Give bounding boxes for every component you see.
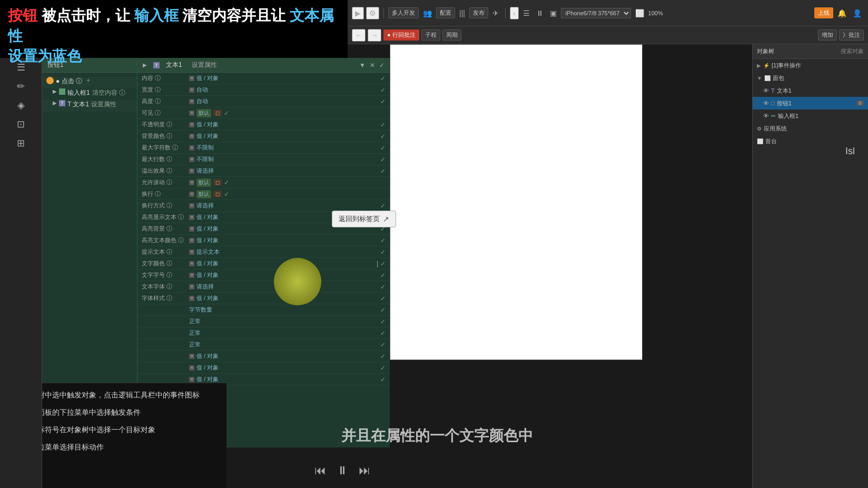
- plus-icon[interactable]: +: [86, 77, 90, 84]
- tree-label-event: [1]事件操作: [772, 62, 801, 69]
- share-button[interactable]: 发布: [469, 7, 488, 18]
- note-text-1: 在对象树中选中触发对象，点击逻辑工具栏中的事件图标: [15, 390, 200, 401]
- tree-item-text1[interactable]: 👁 T 文本1: [753, 84, 868, 97]
- send-icon: ✈: [490, 8, 501, 18]
- set-prop-action[interactable]: 设置属性: [91, 100, 116, 109]
- system-icon: ⚙: [757, 126, 762, 132]
- pause-icon: ⏸: [534, 8, 546, 18]
- prop-row-highlight-color: 高亮文本颜色 ⓘ ✕ 值 / 对象 ✓: [137, 235, 390, 246]
- tree-label-group: 面包: [773, 74, 784, 82]
- frame-icon: ▣: [548, 8, 559, 18]
- second-toolbar: ← → ● 行回批注 子程 周期 增加 》批注: [348, 26, 868, 44]
- back-button[interactable]: ←: [352, 29, 366, 42]
- prop-row-width: 宽度 ⓘ ✕ 自动 ✓: [137, 84, 390, 96]
- left-nav-item-2[interactable]: ✏: [0, 77, 42, 96]
- chevron-down-icon: ▼: [757, 75, 762, 81]
- avatar-icon: 👤: [851, 8, 864, 18]
- prev-button[interactable]: ⏮: [314, 464, 326, 477]
- expand-icon: ⬜: [633, 8, 646, 18]
- visibility-icon-btn[interactable]: 👁: [763, 100, 769, 106]
- props-close[interactable]: ✕: [370, 62, 375, 69]
- triangle-icon: ▶: [53, 88, 57, 94]
- subtitle-text: 并且在属性的一个文字颜色中: [341, 427, 533, 444]
- input-type-icon: ✏: [771, 113, 776, 119]
- prop-row-normal1: 正常 ✓: [137, 316, 390, 327]
- phone-preview: [418, 55, 615, 345]
- prop-row-wrapmode: 换行方式 ⓘ ✕ 请选择 ✓: [137, 200, 390, 212]
- prop-row-visible: 可见 ⓘ ✕ 默认 ◻ ✓: [137, 107, 390, 119]
- child-button[interactable]: 子程: [421, 29, 440, 41]
- prop-row-fontsize: 文字字号 ⓘ ✕ 值 / 对象 ✓: [137, 270, 390, 281]
- forward-button[interactable]: →: [368, 29, 381, 42]
- prop-row-wrap: 换行 ⓘ ✕ 默认 ◻ ✓: [137, 188, 390, 200]
- prop-row-bgcolor: 背景颜色 ⓘ ✕ 值 / 对象 ✓: [137, 131, 390, 142]
- text-tag-icon: T: [59, 100, 65, 106]
- tree-item-button1[interactable]: 👁 □ 按钮1 ①: [753, 97, 868, 109]
- visibility-icon-text[interactable]: 👁: [763, 87, 769, 94]
- text-type-icon: T: [771, 87, 775, 94]
- tooltip-popup: 返回到标签页 ↗: [332, 211, 396, 227]
- props-dropdown[interactable]: ▼: [359, 62, 366, 69]
- device-select[interactable]: iPhone6/7/8 375*667: [561, 8, 631, 18]
- top-banner: 按钮 被点击时，让 输入框 清空内容并且让 文本属性 设置为蓝色: [0, 0, 348, 58]
- pause-play-button[interactable]: ⏸: [337, 464, 348, 477]
- prop-row-normal3: 正常 ✓: [137, 339, 390, 351]
- tooltip-text: 返回到标签页: [339, 214, 380, 224]
- tree-item-input1[interactable]: 👁 ✏ 输入框1: [753, 109, 868, 122]
- prop-check-1: ✓: [380, 75, 386, 82]
- prop-row-scroll: 允许滚动 ⓘ ✕ 默认 ◻ ✓: [137, 177, 390, 188]
- left-arrow-icon[interactable]: ‹: [510, 7, 519, 19]
- clear-action[interactable]: 清空内容 ⓘ: [92, 88, 125, 97]
- list-icon: ☰: [521, 8, 532, 18]
- input-label: 输入框1: [67, 88, 90, 97]
- page-icon: ⬜: [757, 138, 763, 144]
- visibility-icon-input[interactable]: 👁: [763, 113, 769, 119]
- preview-area: [390, 44, 643, 360]
- prop-row-font: 文本字体 ⓘ ✕ 请选择 ✓: [137, 281, 390, 293]
- debug-button[interactable]: ⚙: [366, 7, 379, 19]
- left-nav-item-3[interactable]: ◈: [0, 96, 42, 115]
- tooltip-link-icon[interactable]: ↗: [383, 215, 389, 223]
- video-controls: ⏮ ⏸ ⏭: [263, 464, 421, 477]
- annotation-button[interactable]: ● 行回批注: [383, 29, 419, 41]
- prop-row-opacity: 不透明度 ⓘ ✕ 值 / 对象 ✓: [137, 119, 390, 131]
- publish-button[interactable]: 上线: [814, 7, 833, 18]
- isl-text: Isl: [845, 146, 855, 157]
- prop-row-color: 文字颜色 ⓘ ✕ 值 / 对象 | ✓: [137, 258, 390, 270]
- text-label: T 文本1: [67, 100, 89, 109]
- yellow-circle: [274, 258, 321, 305]
- tree-label-system: 应用系统: [764, 125, 787, 133]
- prop-row-height: 高度 ⓘ ✕ 自动 ✓: [137, 96, 390, 107]
- run-button[interactable]: ▶: [352, 7, 364, 19]
- bell-icon: 🔔: [835, 8, 849, 18]
- tree-item-event[interactable]: ▶ ⚡ [1]事件操作: [753, 59, 868, 72]
- group-icon: ⬜: [764, 75, 771, 81]
- tree-item-group[interactable]: ▼ ⬜ 面包: [753, 72, 868, 84]
- loop-button[interactable]: 周期: [442, 29, 461, 41]
- tree-label-button1: 按钮1: [777, 99, 792, 107]
- banner-cyan1: 输入框: [134, 7, 179, 24]
- input-tag-icon: [59, 88, 65, 95]
- add-button[interactable]: 增加: [818, 29, 837, 41]
- trigger-dot: [46, 77, 54, 84]
- props-check[interactable]: ✓: [379, 62, 384, 69]
- zoom-label: 100%: [648, 10, 663, 16]
- tree-label-text1: 文本1: [777, 87, 792, 95]
- left-nav-item-5[interactable]: ⊞: [0, 134, 42, 153]
- next-button[interactable]: ⏭: [359, 464, 370, 477]
- cursor-indicator: |: [377, 260, 378, 267]
- sep1: [383, 8, 384, 18]
- left-nav-item-4[interactable]: ⊡: [0, 115, 42, 134]
- prop-row-fontstyle: 字体样式 ⓘ ✕ 值 / 对象 ✓: [137, 293, 390, 304]
- tree-item-system[interactable]: ⚙ 应用系统: [753, 122, 868, 135]
- config-button[interactable]: 配置: [436, 7, 455, 18]
- prop-row-val1: ✕ 值 / 对象 ✓: [137, 351, 390, 362]
- subtitle-overlay: 并且在属性的一个文字颜色中: [253, 426, 622, 446]
- button-type-icon: □: [771, 100, 775, 106]
- tree-label-page: 首台: [765, 137, 777, 145]
- multi-dev-button[interactable]: 多人开发: [388, 7, 419, 18]
- banner-white1: 被点击时，让: [42, 7, 130, 24]
- prop-row-val2: ✕ 值 / 对象 ✓: [137, 362, 390, 374]
- comment-button[interactable]: 》批注: [839, 29, 864, 41]
- right-panel: 对象树 搜索对象 ▶ ⚡ [1]事件操作 ▼ ⬜ 面包 👁 T 文本1 👁 □ …: [752, 44, 868, 488]
